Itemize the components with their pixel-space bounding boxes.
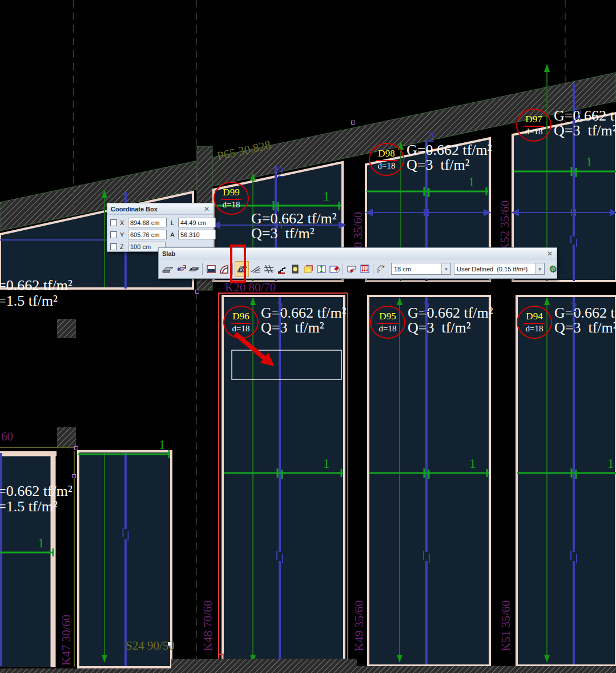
partial-load-label: =0.662 tf/m²=1.5 tf/m² [0,247,73,339]
bottom-wall-hatch [171,659,357,673]
grip-point[interactable] [195,290,199,294]
l-label: L [168,219,177,226]
strip-marker: 2 [277,165,285,181]
toolbar-separator [232,263,233,275]
slab-panel-s24[interactable] [78,451,171,667]
strip-marker: 2 [276,299,284,315]
slab-panel-d94[interactable] [517,296,616,666]
beam-label-k52: K52 35/60 [498,201,512,251]
y-label: Y [120,231,127,238]
chevron-down-icon[interactable]: ▾ [535,263,544,274]
beam-label-s24: S24 90/50 [126,639,175,653]
load-point-icon[interactable] [345,262,358,277]
slab-stretch-icon[interactable] [315,262,328,277]
slab-load-value: User Defined (0.15 tf/m²) [454,263,535,274]
beam-label-k49: K49 35/60 [352,600,367,651]
slab-pick-icon[interactable] [235,261,249,277]
x-coordinate-input[interactable]: 894.68 cm [128,218,167,227]
grip-point[interactable] [351,121,355,125]
beam-label-k47: K47 30/60 [59,615,74,666]
slab-thickness-combobox[interactable]: 18 cm ▾ [391,263,451,275]
slab-tag-d94: D94 d=18 G=0.662 tf/m²Q=3 tf/m² [517,306,616,339]
partial-load-label: =0.662 tf/m²=1.5 tf/m² [0,452,73,545]
chevron-down-icon[interactable]: ▾ [441,263,450,274]
slab-paste-icon[interactable] [174,262,187,277]
strip-marker: 2 [428,129,435,145]
y-coordinate-input[interactable]: 605.76 cm [128,230,167,239]
angle-measure-icon[interactable] [375,262,388,277]
grip-point[interactable] [74,446,78,450]
slab-badge: D97 d=18 [516,109,551,142]
slab-tag-d97: D97 d=18 G=0.662 tf/m²Q=3 tf/m² [516,109,616,142]
slab-toolbar-window[interactable]: Slab ✕ [158,247,557,279]
l-length-input[interactable]: 44.49 cm [178,218,216,227]
slab-badge: D94 d=18 [517,306,552,339]
coordinate-box-window[interactable]: Coordinate Box ✕ X 894.68 cm L 44.49 cm … [107,203,214,252]
z-label: Z [120,243,127,250]
slab-badge: D96 d=18 [223,306,259,339]
window-title: Slab [162,250,175,257]
beam-label-cut: 60 [1,430,13,444]
strip-marker: 1 [607,456,614,471]
grip-point[interactable] [72,474,76,478]
slab-column-icon[interactable] [288,262,301,277]
slab-tag-d96: D96 d=18 G=0.662 tf/m²Q=3 tf/m² [223,306,347,339]
slab-panel-d96[interactable] [223,296,344,666]
strip-marker: 1 [323,456,330,471]
slab-badge: D95 d=18 [370,306,405,339]
close-icon[interactable]: ✕ [203,205,211,213]
strip-marker: 1 [469,456,476,471]
slab-erase-icon[interactable] [328,262,341,277]
slab-step-icon[interactable] [275,262,288,277]
slab-badge: D99 d=18 [214,182,249,215]
window-title: Coordinate Box [111,206,158,213]
new-slab-rect [232,350,341,379]
slab-toolbar-buttons: 18 cm ▾ User Defined (0.15 tf/m²) ▾ ⚙ [159,259,557,278]
z-lock-checkbox[interactable] [110,243,117,250]
beam-label-k20: K20 80/70 [225,281,276,295]
slab-move-icon[interactable] [187,262,200,277]
y-lock-checkbox[interactable] [110,231,117,238]
a-angle-input[interactable]: 56.310 [178,230,216,239]
beam-label-k51: K51 35/60 [499,600,513,651]
slab-arc-region-icon[interactable] [218,262,231,277]
slab-rect-region-icon[interactable] [204,262,218,277]
strip-marker: 1 [586,155,593,170]
slab-badge: D98 d=18 [369,143,404,176]
grip-point[interactable] [168,642,171,646]
load-distributed-icon[interactable] [358,262,371,277]
x-label: X [120,219,127,226]
slab-panel-d95[interactable] [368,296,490,666]
slab-tag-d95: D95 d=18 G=0.662 tf/m²Q=3 tf/m² [370,306,493,339]
strip-marker: 2 [575,106,582,122]
selected-slab-outline [219,293,348,670]
slab-thickness-value: 18 cm [392,263,441,274]
strip-marker: 1 [159,438,166,452]
strip-marker: 1 [323,189,330,204]
toolbar-separator [343,263,343,275]
slab-toolbar-titlebar[interactable]: Slab ✕ [159,248,557,259]
slab-id: D99 [221,187,241,200]
coordinate-box-titlebar[interactable]: Coordinate Box ✕ [107,203,214,215]
slab-copy-icon[interactable] [301,262,315,277]
strip-marker: 2 [423,299,430,315]
cad-viewport[interactable]: D99 d=18 G=0.662 tf/m²Q=3 tf/m² D98 d=18… [0,0,616,673]
slab-depth: d=18 [223,200,240,210]
slab-load-combobox[interactable]: User Defined (0.15 tf/m²) ▾ [454,263,545,275]
bottom-wall-hatch [0,668,616,673]
bottom-wall-hatch [357,666,616,673]
strip-marker: 1 [468,175,475,190]
slab-slope-icon[interactable] [249,262,262,277]
slab-tag-d98: D98 d=18 G=0.662 tf/m²Q=3 tf/m² [369,143,492,176]
settings-gears-icon[interactable]: ⚙ [549,263,557,274]
slab-axes-icon[interactable] [262,262,275,277]
slab-draw-icon[interactable] [161,262,174,277]
beam-label-p65: P65 30.828 [216,138,272,163]
close-icon[interactable]: ✕ [546,250,554,258]
wall-block-hatch [57,427,76,447]
strip-marker: 1 [38,536,45,551]
a-label: A [168,231,177,238]
strip-marker: 2 [570,299,578,315]
toolbar-separator [202,263,203,275]
x-lock-checkbox[interactable] [110,219,117,226]
